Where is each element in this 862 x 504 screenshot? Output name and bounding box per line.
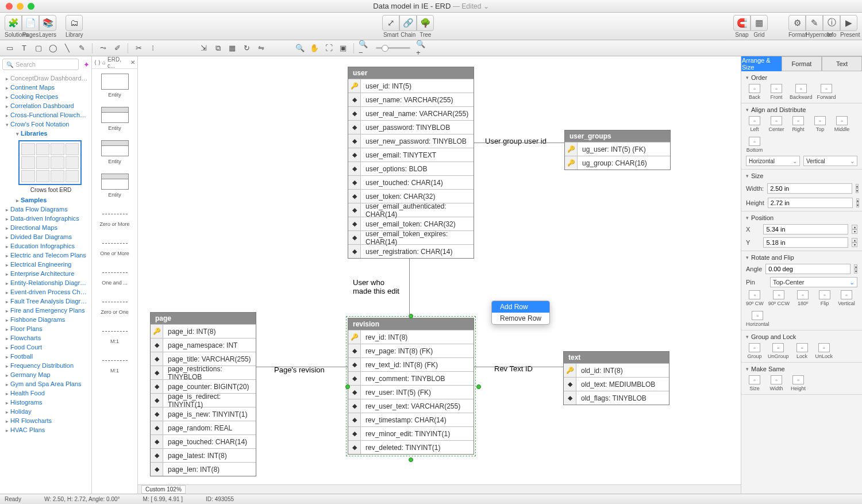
same-size[interactable]: ▫Size [746, 375, 763, 391]
tab-format[interactable]: Format [782, 56, 822, 71]
erd-row[interactable]: ◆user_email_authenticated: CHAR(14) [348, 203, 474, 217]
erd-row[interactable]: ◆user_registration: CHAR(14) [348, 244, 474, 258]
tree-item[interactable]: Holiday [0, 407, 91, 416]
pan-tool[interactable]: ✋ [308, 43, 321, 54]
width-stepper[interactable]: ▴▾ [856, 184, 859, 193]
tree-item[interactable]: Data-driven Infographics [0, 214, 91, 223]
rotate-180-[interactable]: ▫180º [794, 290, 811, 306]
tree-item[interactable]: Entity-Relationship Diagram [0, 278, 91, 287]
erd-row[interactable]: ◆page_restrictions: TINYBLOB [151, 366, 256, 379]
erd-row[interactable]: ◆user_token: CHAR(32) [348, 189, 474, 203]
erd-row[interactable]: ◆page_title: VARCHAR(255) [151, 352, 256, 366]
crumb-part[interactable]: ⌂ [102, 59, 106, 66]
rotate-tool[interactable]: ↻ [240, 43, 253, 54]
erd-row[interactable]: ◆page_is_new: TINYINT(1) [151, 407, 256, 421]
ctx-remove-row[interactable]: Remove Row [492, 313, 549, 324]
zoom-window[interactable] [28, 3, 34, 10]
align-tool[interactable]: ⇲ [197, 43, 210, 54]
y-stepper[interactable]: ▴▾ [852, 238, 857, 247]
height-stepper[interactable]: ▴▾ [856, 198, 859, 207]
shape-stencil[interactable]: Entity [92, 102, 137, 136]
shape-stencil[interactable]: Zero or More [92, 202, 137, 232]
erd-row[interactable]: ◆rev_user: INT(5) (FK) [348, 385, 474, 399]
tree-item[interactable]: Germany Map [0, 370, 91, 379]
erd-row[interactable]: ◆user_name: VARCHAR(255) [348, 93, 474, 106]
text-tool[interactable]: T [18, 43, 30, 54]
same-height[interactable]: ▫Height [790, 375, 807, 391]
shape-stencil[interactable]: One and ... [92, 261, 137, 290]
tree-item[interactable]: Frequency Distribution [0, 361, 91, 370]
tree-item[interactable]: Directional Maps [0, 223, 91, 232]
section-align[interactable]: Align and Distribute [746, 106, 857, 113]
align-middle[interactable]: ▫Middle [833, 116, 851, 132]
fit-tool[interactable]: ⛶ [322, 43, 335, 54]
shape-stencil[interactable]: Entity [92, 136, 137, 169]
distribute-tool[interactable]: ⧉ [211, 43, 224, 54]
tree-item[interactable]: Health Food [0, 388, 91, 398]
erd-table-page[interactable]: page🔑page_id: INT(8)◆page_namespace: INT… [150, 312, 256, 476]
tree-item[interactable]: Electric and Telecom Plans [0, 251, 91, 260]
flip-tool[interactable]: ⇋ [255, 43, 267, 54]
angle-input[interactable] [765, 264, 851, 274]
zoom-in[interactable]: 🔍+ [415, 43, 428, 54]
erd-row[interactable]: ◆page_latest: INT(8) [151, 448, 256, 462]
erd-row[interactable]: ◆user_real_name: VARCHAR(255) [348, 106, 474, 120]
same-width[interactable]: ▫Width [768, 375, 785, 391]
tree-item[interactable]: Data Flow Diagrams [0, 205, 91, 214]
crumb-part[interactable]: ⟨ [94, 59, 97, 66]
tree-item[interactable]: Floor Plans [0, 324, 91, 333]
erd-row[interactable]: ◆user_email_token: CHAR(32) [348, 217, 474, 230]
pin-select[interactable]: Top-Center [770, 277, 857, 287]
erd-row[interactable]: ◆rev_text_id: INT(8) (FK) [348, 357, 474, 371]
tree-item[interactable]: Samples [10, 195, 91, 205]
erd-row[interactable]: ◆user_touched: CHAR(14) [348, 175, 474, 189]
erd-table-revision[interactable]: revision🔑rev_id: INT(8)◆rev_page: INT(8)… [348, 318, 474, 455]
angle-stepper[interactable]: ▴▾ [854, 264, 857, 274]
erd-row[interactable]: 🔑rev_id: INT(8) [348, 330, 474, 344]
erd-row[interactable]: ◆page_counter: BIGINT(20) [151, 379, 256, 393]
tree-item[interactable]: Correlation Dashboard [0, 101, 91, 110]
highlight-tool[interactable]: ✐ [111, 43, 124, 54]
rotate-90-cw[interactable]: ▫90º CW [746, 290, 764, 306]
distribute-vertical[interactable]: Vertical [803, 156, 857, 166]
erd-row[interactable]: ◆page_is_redirect: TINYINT(1) [151, 393, 256, 407]
tree-item[interactable]: Flowcharts [0, 333, 91, 343]
tree-button[interactable]: 🌳 [417, 15, 434, 31]
erd-row[interactable]: ◆rev_page: INT(8) (FK) [348, 344, 474, 357]
crumb-part[interactable]: ⟩ [98, 59, 101, 66]
rotate-90-ccw[interactable]: ▫90º CCW [768, 290, 790, 306]
tree-item[interactable]: Food Court [0, 343, 91, 352]
tree-item[interactable]: Enterprise Architecture [0, 269, 91, 278]
erd-row[interactable]: 🔑old_id: INT(8) [564, 363, 669, 377]
canvas-scrollbar[interactable]: Custom 102% [138, 484, 741, 494]
erd-row[interactable]: ◆user_password: TINYBLOB [348, 120, 474, 134]
erd-row[interactable]: ◆page_touched: CHAR(14) [151, 434, 256, 448]
rotate-vertical[interactable]: ▫Vertical [838, 290, 855, 306]
section-make-same[interactable]: Make Same [746, 366, 857, 372]
erd-row[interactable]: ◆rev_deleted: TINYINT(1) [348, 440, 474, 454]
align-left[interactable]: ▫Left [746, 116, 763, 132]
ctx-add-row[interactable]: Add Row [492, 301, 549, 313]
y-input[interactable] [763, 237, 848, 248]
selection-handle[interactable] [345, 384, 350, 389]
rotate-flip[interactable]: ▫Flip [816, 290, 833, 306]
align-right[interactable]: ▫Right [790, 116, 807, 132]
zoom-out[interactable]: 🔍− [358, 43, 371, 54]
crop-tool[interactable]: ✂ [132, 43, 145, 54]
solutions-tree[interactable]: ConceptDraw Dashboard forContinent MapsC… [0, 72, 91, 494]
erd-table-user[interactable]: user🔑user_id: INT(5)◆user_name: VARCHAR(… [348, 67, 474, 259]
zoom-label[interactable]: Custom 102% [141, 485, 186, 494]
erd-row[interactable]: 🔑ug_group: CHAR(16) [565, 156, 670, 170]
crumb-part[interactable]: ERD, c... [107, 56, 129, 69]
hypernote-button[interactable]: ✎ [806, 15, 823, 31]
group-unlock[interactable]: ▫UnLock [815, 343, 833, 359]
distribute-horizontal[interactable]: Horizontal [746, 156, 800, 166]
tree-item[interactable]: Divided Bar Diagrams [0, 232, 91, 241]
layers-button[interactable]: 📚 [39, 15, 56, 31]
erd-row[interactable]: ◆page_namespace: INT [151, 338, 256, 352]
pointer-tool[interactable]: ▭ [3, 43, 16, 54]
actual-tool[interactable]: ▣ [337, 43, 349, 54]
info-button[interactable]: ⓘ [823, 15, 840, 31]
tree-item[interactable]: Libraries [10, 129, 91, 138]
section-order[interactable]: Order [746, 74, 857, 81]
